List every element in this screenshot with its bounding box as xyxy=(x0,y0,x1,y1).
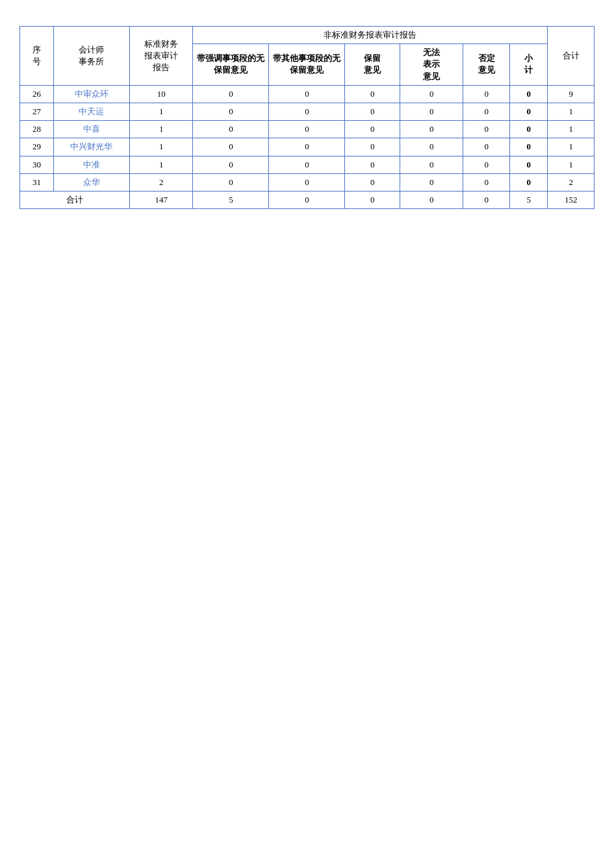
firm-cell: 中天运 xyxy=(54,103,130,120)
seq-header: 序号 xyxy=(20,27,54,86)
total-subtotal: 5 xyxy=(509,191,547,208)
col1-cell: 0 xyxy=(193,103,269,120)
col3-cell: 0 xyxy=(345,103,400,120)
seq-cell: 26 xyxy=(20,85,54,103)
subtotal-cell: 0 xyxy=(509,138,547,156)
audit-report-table: 序号 会计师事务所 标准财务报表审计报告 非标准财务报表审计报告 合计 带强调事… xyxy=(19,26,595,209)
total-cell: 1 xyxy=(548,121,595,138)
firm-cell: 中审众环 xyxy=(54,85,130,103)
col5-cell: 0 xyxy=(463,156,510,173)
col2-cell: 0 xyxy=(269,173,345,191)
header-row-1: 序号 会计师事务所 标准财务报表审计报告 非标准财务报表审计报告 合计 xyxy=(20,27,595,44)
subtotal-cell: 0 xyxy=(509,103,547,120)
firm-header: 会计师事务所 xyxy=(54,27,130,86)
col1-cell: 0 xyxy=(193,156,269,173)
total-cell: 9 xyxy=(548,85,595,103)
subtotal-cell: 0 xyxy=(509,156,547,173)
standard-cell: 1 xyxy=(129,156,193,173)
col4-cell: 0 xyxy=(400,121,463,138)
col1-cell: 0 xyxy=(193,138,269,156)
total-col3: 0 xyxy=(345,191,400,208)
col5-cell: 0 xyxy=(463,121,510,138)
col2-cell: 0 xyxy=(269,156,345,173)
col4-cell: 0 xyxy=(400,156,463,173)
sub1-header: 带强调事项段的无保留意见 xyxy=(193,44,269,86)
table-row: 26 中审众环 10 0 0 0 0 0 0 9 xyxy=(20,85,595,103)
subtotal-cell: 0 xyxy=(509,85,547,103)
col4-cell: 0 xyxy=(400,103,463,120)
sub5-header: 否定意见 xyxy=(463,44,510,86)
total-cell: 2 xyxy=(548,173,595,191)
col2-cell: 0 xyxy=(269,103,345,120)
col4-cell: 0 xyxy=(400,173,463,191)
seq-cell: 27 xyxy=(20,103,54,120)
firm-cell: 中兴财光华 xyxy=(54,138,130,156)
main-table-container: 序号 会计师事务所 标准财务报表审计报告 非标准财务报表审计报告 合计 带强调事… xyxy=(19,26,595,209)
table-row: 28 中喜 1 0 0 0 0 0 0 1 xyxy=(20,121,595,138)
firm-cell: 中喜 xyxy=(54,121,130,138)
col3-cell: 0 xyxy=(345,121,400,138)
firm-cell: 众华 xyxy=(54,173,130,191)
table-row: 30 中准 1 0 0 0 0 0 0 1 xyxy=(20,156,595,173)
col1-cell: 0 xyxy=(193,121,269,138)
col2-cell: 0 xyxy=(269,85,345,103)
standard-cell: 1 xyxy=(129,138,193,156)
table-row: 31 众华 2 0 0 0 0 0 0 2 xyxy=(20,173,595,191)
col5-cell: 0 xyxy=(463,103,510,120)
total-col5: 0 xyxy=(463,191,510,208)
total-col4: 0 xyxy=(400,191,463,208)
standard-header: 标准财务报表审计报告 xyxy=(129,27,193,86)
table-row: 29 中兴财光华 1 0 0 0 0 0 0 1 xyxy=(20,138,595,156)
total-row: 合计 147 5 0 0 0 0 5 152 xyxy=(20,191,595,208)
total-cell: 1 xyxy=(548,138,595,156)
total-cell: 1 xyxy=(548,103,595,120)
total-total: 152 xyxy=(548,191,595,208)
sub3-header: 保留意见 xyxy=(345,44,400,86)
sub4-header: 无法表示意见 xyxy=(400,44,463,86)
col2-cell: 0 xyxy=(269,121,345,138)
col5-cell: 0 xyxy=(463,173,510,191)
total-label: 合计 xyxy=(20,191,130,208)
col5-cell: 0 xyxy=(463,138,510,156)
col3-cell: 0 xyxy=(345,138,400,156)
col5-cell: 0 xyxy=(463,85,510,103)
sub2-header: 带其他事项段的无保留意见 xyxy=(269,44,345,86)
col1-cell: 0 xyxy=(193,173,269,191)
col1-cell: 0 xyxy=(193,85,269,103)
seq-cell: 28 xyxy=(20,121,54,138)
col4-cell: 0 xyxy=(400,85,463,103)
total-col2: 0 xyxy=(269,191,345,208)
standard-cell: 1 xyxy=(129,103,193,120)
col3-cell: 0 xyxy=(345,156,400,173)
subtotal-header: 小计 xyxy=(509,44,547,86)
table-row: 27 中天运 1 0 0 0 0 0 0 1 xyxy=(20,103,595,120)
standard-cell: 10 xyxy=(129,85,193,103)
subtotal-cell: 0 xyxy=(509,173,547,191)
col2-cell: 0 xyxy=(269,138,345,156)
standard-cell: 2 xyxy=(129,173,193,191)
col3-cell: 0 xyxy=(345,173,400,191)
total-header: 合计 xyxy=(548,27,595,86)
col4-cell: 0 xyxy=(400,138,463,156)
total-cell: 1 xyxy=(548,156,595,173)
seq-cell: 29 xyxy=(20,138,54,156)
total-standard: 147 xyxy=(129,191,193,208)
seq-cell: 30 xyxy=(20,156,54,173)
firm-cell: 中准 xyxy=(54,156,130,173)
standard-cell: 1 xyxy=(129,121,193,138)
nonstandard-header: 非标准财务报表审计报告 xyxy=(193,27,548,44)
seq-cell: 31 xyxy=(20,173,54,191)
col3-cell: 0 xyxy=(345,85,400,103)
subtotal-cell: 0 xyxy=(509,121,547,138)
total-col1: 5 xyxy=(193,191,269,208)
